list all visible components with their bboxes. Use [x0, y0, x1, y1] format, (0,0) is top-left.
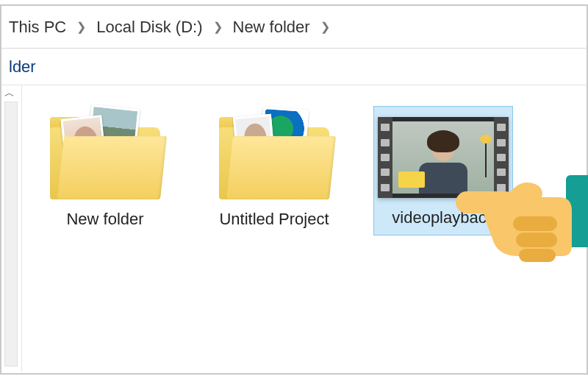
item-label: Untitled Project	[219, 210, 329, 229]
scroll-up-icon[interactable]: ︿	[4, 87, 15, 100]
scroll-track[interactable]	[4, 102, 18, 366]
breadcrumb-item-new-folder[interactable]: New folder	[230, 16, 313, 38]
chevron-right-icon: ❯	[320, 20, 330, 34]
film-sprocket-icon	[494, 117, 509, 198]
toolbar-command-fragment[interactable]: lder	[6, 56, 39, 78]
video-item-videoplayback[interactable]: videoplayback	[373, 106, 513, 235]
chevron-right-icon: ❯	[213, 20, 223, 34]
breadcrumb[interactable]: This PC ❯ Local Disk (D:) ❯ New folder ❯	[1, 6, 587, 49]
toolbar: lder	[1, 49, 587, 85]
items-grid: New folder Untitled Project	[22, 85, 587, 372]
nav-scrollbar[interactable]: ︿	[1, 85, 22, 372]
film-sprocket-icon	[378, 117, 392, 198]
chevron-right-icon: ❯	[76, 20, 86, 34]
explorer-window: This PC ❯ Local Disk (D:) ❯ New folder ❯…	[0, 4, 588, 375]
item-label: New folder	[66, 210, 143, 229]
folder-item-new-folder[interactable]: New folder	[35, 106, 175, 237]
folder-icon	[50, 113, 160, 199]
breadcrumb-item-local-disk-d[interactable]: Local Disk (D:)	[93, 16, 205, 38]
folder-icon	[219, 113, 329, 199]
file-pane[interactable]: ︿ New folder	[1, 85, 587, 372]
folder-item-untitled-project[interactable]: Untitled Project	[204, 106, 344, 237]
video-thumbnail	[378, 117, 509, 198]
breadcrumb-item-this-pc[interactable]: This PC	[6, 16, 69, 38]
item-label: videoplayback	[392, 208, 494, 227]
